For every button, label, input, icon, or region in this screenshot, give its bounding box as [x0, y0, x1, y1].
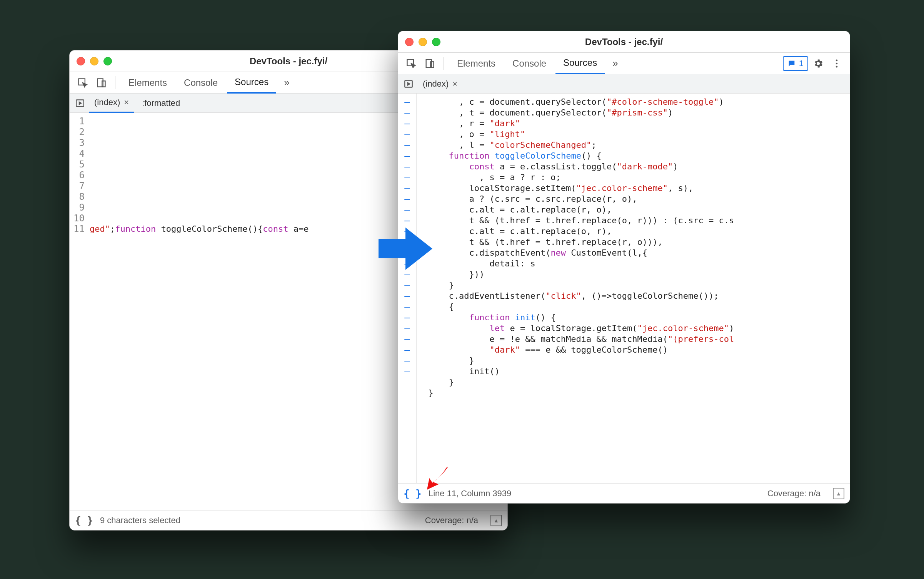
- more-tabs-icon[interactable]: »: [606, 57, 624, 69]
- line-number-gutter: 1234567891011: [70, 113, 88, 510]
- statusbar: { } Line 11, Column 3939 Coverage: n/a: [398, 483, 850, 503]
- svg-point-9: [836, 62, 838, 64]
- line-number-gutter: ––––––––––––––––––––––––––: [398, 94, 417, 483]
- file-tab-index[interactable]: (index) ×: [89, 94, 134, 113]
- issues-indicator[interactable]: 1: [783, 56, 808, 71]
- code-area[interactable]: , c = document.querySelector("#color-sch…: [417, 94, 850, 483]
- close-tab-icon[interactable]: ×: [124, 97, 129, 107]
- svg-marker-4: [79, 102, 81, 104]
- close-tab-icon[interactable]: ×: [452, 79, 457, 89]
- coverage-status: Coverage: n/a: [767, 489, 821, 499]
- navigator-toggle-icon[interactable]: [73, 97, 87, 110]
- file-tab-formatted[interactable]: :formatted: [137, 94, 185, 113]
- statusbar: { } 9 characters selected Coverage: n/a: [70, 510, 507, 530]
- pretty-print-button[interactable]: { }: [404, 488, 422, 499]
- file-tab-index[interactable]: (index) ×: [417, 74, 463, 94]
- devtools-window-after: DevTools - jec.fyi/ Elements Console Sou…: [398, 31, 850, 504]
- inspect-element-icon[interactable]: [74, 72, 91, 94]
- titlebar: DevTools - jec.fyi/: [398, 31, 850, 53]
- device-toolbar-icon[interactable]: [93, 72, 110, 94]
- tab-console[interactable]: Console: [505, 53, 554, 74]
- tab-sources[interactable]: Sources: [555, 53, 605, 74]
- navigator-toggle-icon[interactable]: [402, 77, 415, 90]
- coverage-status: Coverage: n/a: [425, 515, 478, 525]
- maximize-window-button[interactable]: [432, 38, 440, 46]
- maximize-window-button[interactable]: [103, 57, 112, 65]
- minimize-window-button[interactable]: [419, 38, 427, 46]
- inspect-element-icon[interactable]: [403, 53, 420, 74]
- svg-point-8: [836, 59, 838, 61]
- transition-arrow-icon: [379, 226, 432, 272]
- selection-status: 9 characters selected: [100, 515, 180, 525]
- devtools-toolbar: Elements Console Sources » 1: [398, 53, 850, 74]
- kebab-menu-icon[interactable]: [828, 53, 845, 74]
- callout-arrow-icon: [423, 462, 454, 493]
- expand-drawer-icon[interactable]: [490, 515, 502, 526]
- svg-point-10: [836, 65, 838, 67]
- tab-elements[interactable]: Elements: [449, 53, 503, 74]
- pretty-print-button[interactable]: { }: [75, 515, 93, 526]
- tab-console[interactable]: Console: [176, 72, 225, 94]
- minimize-window-button[interactable]: [90, 57, 98, 65]
- window-title: DevTools - jec.fyi/: [398, 37, 850, 47]
- tab-elements[interactable]: Elements: [121, 72, 175, 94]
- close-window-button[interactable]: [405, 38, 414, 46]
- svg-marker-12: [408, 82, 410, 85]
- expand-drawer-icon[interactable]: [833, 488, 844, 499]
- source-file-tabs: (index) ×: [398, 74, 850, 94]
- code-editor[interactable]: –––––––––––––––––––––––––– , c = documen…: [398, 94, 850, 483]
- device-toolbar-icon[interactable]: [421, 53, 438, 74]
- tab-sources[interactable]: Sources: [227, 72, 276, 94]
- settings-gear-icon[interactable]: [810, 53, 827, 74]
- close-window-button[interactable]: [77, 57, 85, 65]
- more-tabs-icon[interactable]: »: [278, 77, 295, 89]
